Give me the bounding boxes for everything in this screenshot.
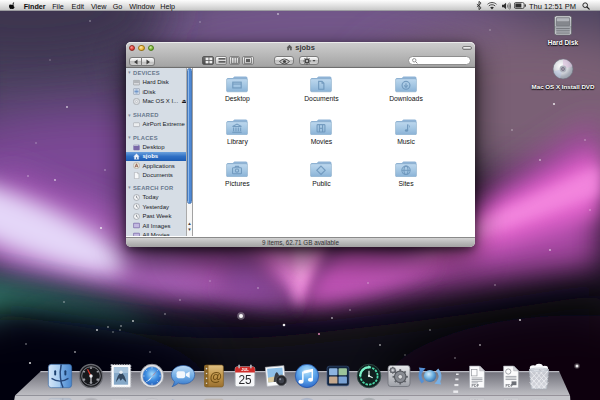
svg-text:PDF: PDF (472, 384, 480, 388)
svg-text:25: 25 (239, 373, 253, 387)
svg-text:PDF: PDF (505, 384, 513, 388)
svg-text:JUL: JUL (241, 367, 249, 372)
svg-text:@: @ (210, 370, 222, 384)
